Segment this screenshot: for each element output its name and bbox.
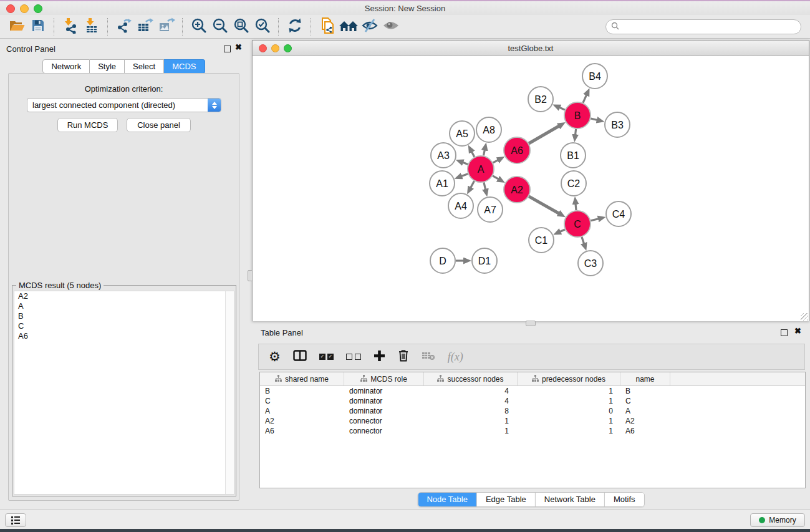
tab-network[interactable]: Network	[42, 59, 90, 74]
unselect-all-columns-button[interactable]	[346, 354, 361, 360]
split-columns-button[interactable]	[293, 350, 307, 364]
graph-edge-A-A6[interactable]	[493, 160, 498, 163]
run-mcds-button[interactable]: Run MCDS	[57, 118, 118, 132]
table-cell[interactable]: A	[260, 407, 344, 415]
table-cell[interactable]: 1	[518, 427, 620, 435]
column-header-predecessor-nodes[interactable]: predecessor nodes	[518, 372, 620, 385]
table-row[interactable]: Adominator80A	[260, 406, 805, 416]
table-cell[interactable]: dominator	[344, 397, 424, 405]
table-cell[interactable]: 1	[424, 427, 518, 435]
refresh-view-button[interactable]	[284, 17, 306, 37]
graph-node-D1[interactable]: D1	[472, 248, 497, 273]
graph-node-B4[interactable]: B4	[582, 64, 607, 89]
tab-edge-table[interactable]: Edge Table	[476, 493, 535, 506]
column-header-MCDS-role[interactable]: MCDS role	[344, 372, 424, 385]
zoom-in-button[interactable]	[188, 17, 210, 37]
close-window-button[interactable]	[6, 4, 15, 13]
table-cell[interactable]: B	[620, 387, 670, 395]
table-cell[interactable]: 4	[424, 387, 518, 395]
open-session-button[interactable]	[6, 17, 27, 37]
table-row[interactable]: Bdominator41B	[260, 386, 805, 396]
result-item[interactable]: A	[14, 301, 234, 311]
hide-graphics-details-button[interactable]	[359, 17, 380, 37]
search-field[interactable]	[605, 19, 801, 34]
graph-node-C[interactable]: C	[564, 211, 591, 237]
graph-edge-A-A1[interactable]	[461, 174, 468, 177]
table-cell[interactable]: dominator	[344, 387, 424, 395]
close-panel-button[interactable]: Close panel	[127, 118, 191, 132]
graph-node-C3[interactable]: C3	[578, 251, 603, 276]
network-window-titlebar[interactable]: testGlobe.txt	[253, 41, 809, 56]
graph-edge-A-A5[interactable]	[471, 152, 474, 157]
graph-node-A8[interactable]: A8	[476, 117, 501, 142]
tab-select[interactable]: Select	[125, 59, 164, 74]
table-cell[interactable]: A6	[620, 427, 670, 435]
graph-edge-B-B1[interactable]	[576, 129, 576, 135]
table-cell[interactable]: 1	[518, 387, 620, 395]
function-builder-button[interactable]: f(x)	[448, 351, 463, 364]
main-titlebar[interactable]: Session: New Session	[0, 1, 810, 15]
table-cell[interactable]: dominator	[344, 407, 424, 415]
graph-node-B1[interactable]: B1	[561, 143, 586, 168]
show-graphics-details-button[interactable]	[380, 17, 402, 37]
table-cell[interactable]: A2	[620, 417, 670, 425]
network-close-button[interactable]	[259, 44, 267, 52]
table-cell[interactable]: A	[620, 407, 670, 415]
graph-edge-A-A2[interactable]	[493, 176, 498, 179]
node-table[interactable]: shared nameMCDS rolesuccessor nodesprede…	[259, 372, 806, 488]
zoom-selected-button[interactable]	[252, 17, 273, 37]
close-panel-icon[interactable]: ✖	[235, 43, 242, 52]
import-network-button[interactable]	[60, 17, 81, 37]
graph-node-C1[interactable]: C1	[529, 228, 554, 253]
delete-table-button[interactable]	[422, 351, 435, 363]
table-cell[interactable]: C	[260, 397, 344, 405]
graph-edge-A-A8[interactable]	[483, 150, 485, 155]
graph-node-A5[interactable]: A5	[450, 121, 475, 146]
network-canvas[interactable]: B4B2BB3A5A8A6A3B1AA1C2A2A4A7C4CC1C3DD1	[253, 56, 809, 321]
mcds-result-list[interactable]: A2ABCA6	[14, 291, 234, 495]
network-minimize-button[interactable]	[271, 44, 279, 52]
table-close-panel-icon[interactable]: ✖	[794, 327, 801, 336]
table-cell[interactable]: connector	[344, 427, 424, 435]
delete-column-button[interactable]	[398, 349, 409, 364]
result-item[interactable]: C	[14, 321, 234, 331]
copy-network-view-button[interactable]	[317, 17, 338, 37]
export-table-button[interactable]	[135, 17, 156, 37]
maximize-window-button[interactable]	[34, 4, 42, 13]
table-cell[interactable]: A2	[260, 417, 344, 425]
graph-node-D[interactable]: D	[430, 248, 455, 273]
result-item[interactable]: A6	[14, 331, 234, 341]
graph-edge-A-A3[interactable]	[463, 162, 468, 164]
table-cell[interactable]: 1	[518, 417, 620, 425]
graph-node-C4[interactable]: C4	[606, 201, 631, 226]
graph-edge-C-C1[interactable]	[560, 230, 565, 232]
tab-node-table[interactable]: Node Table	[418, 493, 476, 506]
graph-node-B2[interactable]: B2	[528, 87, 553, 112]
graph-edge-A-A4[interactable]	[471, 181, 475, 188]
tab-motifs[interactable]: Motifs	[604, 493, 644, 506]
result-item[interactable]: A2	[14, 291, 234, 301]
graph-node-A6[interactable]: A6	[504, 137, 530, 163]
graph-node-A7[interactable]: A7	[478, 197, 503, 222]
zoom-out-button[interactable]	[210, 17, 231, 37]
graph-edge-C-C2[interactable]	[576, 204, 576, 210]
add-column-button[interactable]	[374, 350, 385, 364]
result-scrollbar[interactable]	[225, 291, 234, 494]
graph-edge-C-C4[interactable]	[591, 219, 599, 221]
minimize-window-button[interactable]	[20, 4, 29, 13]
home-view-button[interactable]	[338, 17, 359, 37]
task-history-button[interactable]	[5, 513, 26, 527]
table-row[interactable]: A2connector11A2	[260, 416, 805, 426]
zoom-fit-button[interactable]	[231, 17, 252, 37]
tab-mcds[interactable]: MCDS	[164, 59, 205, 74]
network-view-window[interactable]: testGlobe.txt B4B2BB3A5A8A6A3B1AA1C2A2A4…	[252, 40, 809, 321]
table-cell[interactable]: 4	[424, 397, 518, 405]
table-cell[interactable]: A6	[260, 427, 344, 435]
column-header-name[interactable]: name	[620, 372, 670, 385]
tab-style[interactable]: Style	[90, 59, 125, 74]
float-panel-icon[interactable]	[224, 46, 231, 52]
graph-node-B3[interactable]: B3	[605, 112, 630, 137]
select-stepper-icon[interactable]	[208, 99, 221, 112]
graph-edge-B-B4[interactable]	[583, 95, 587, 103]
table-cell[interactable]: 8	[424, 407, 518, 415]
